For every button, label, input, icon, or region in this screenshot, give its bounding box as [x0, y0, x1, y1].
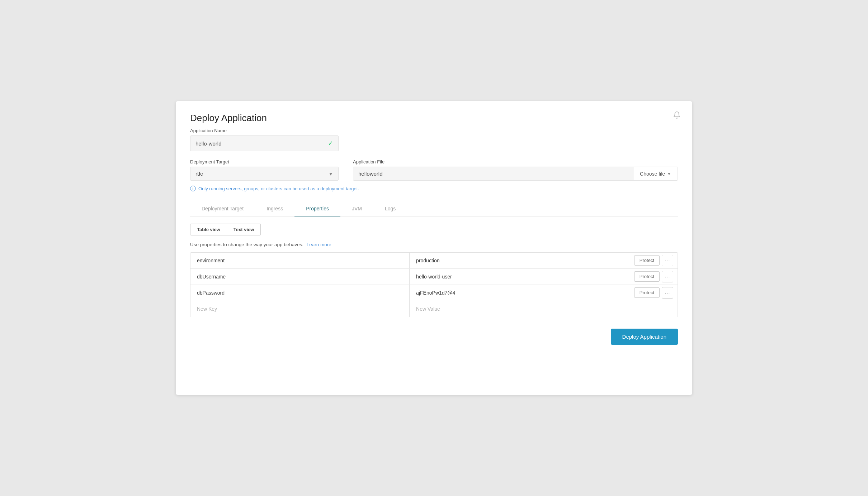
footer-bar: Deploy Application — [190, 329, 678, 345]
tab-ingress[interactable]: Ingress — [255, 201, 294, 216]
prop-key-dbusername[interactable]: dbUsername — [190, 269, 410, 285]
prop-actions-dbpassword: Protect ··· — [630, 285, 678, 301]
table-row-new: New Key New Value — [190, 301, 678, 317]
tabs-bar: Deployment Target Ingress Properties JVM… — [190, 201, 678, 216]
prop-key-dbpassword[interactable]: dbPassword — [190, 285, 410, 301]
more-button-dbusername[interactable]: ··· — [662, 271, 673, 282]
text-view-button[interactable]: Text view — [227, 224, 261, 235]
info-circle-icon: i — [190, 186, 196, 191]
tab-logs[interactable]: Logs — [373, 201, 407, 216]
prop-actions-environment: Protect ··· — [630, 253, 678, 268]
protect-button-environment[interactable]: Protect — [634, 255, 660, 266]
table-row: dbPassword ajFEnoPw1d7@4 Protect ··· — [190, 285, 678, 301]
choose-file-label: Choose file — [640, 171, 665, 177]
deploy-application-panel: Deploy Application Application Name hell… — [176, 101, 692, 395]
page-title: Deploy Application — [190, 113, 678, 124]
table-view-button[interactable]: Table view — [190, 224, 227, 235]
app-file-label: Application File — [353, 159, 678, 164]
tab-properties[interactable]: Properties — [294, 201, 340, 216]
deployment-target-select[interactable]: rtfc ▼ — [190, 167, 339, 181]
properties-note-text: Use properties to change the way your ap… — [190, 242, 303, 247]
prop-value-dbusername[interactable]: hello-world-user — [410, 269, 630, 285]
table-row: dbUsername hello-world-user Protect ··· — [190, 269, 678, 285]
choose-file-button[interactable]: Choose file ▼ — [633, 167, 678, 180]
check-icon: ✓ — [328, 139, 333, 147]
notification-icon[interactable] — [673, 111, 681, 121]
new-key-input[interactable]: New Key — [190, 301, 410, 317]
app-file-row: helloworld Choose file ▼ — [353, 167, 678, 181]
app-name-field[interactable]: hello-world ✓ — [190, 135, 339, 151]
deploy-application-button[interactable]: Deploy Application — [611, 329, 678, 345]
app-file-input[interactable]: helloworld — [353, 167, 633, 180]
protect-button-dbusername[interactable]: Protect — [634, 271, 660, 282]
info-note: i Only running servers, groups, or clust… — [190, 186, 678, 191]
table-row: environment production Protect ··· — [190, 253, 678, 269]
more-button-environment[interactable]: ··· — [662, 255, 673, 266]
new-value-input[interactable]: New Value — [410, 301, 678, 317]
info-note-text: Only running servers, groups, or cluster… — [198, 186, 359, 191]
learn-more-link[interactable]: Learn more — [307, 242, 331, 247]
deployment-target-label: Deployment Target — [190, 159, 339, 164]
properties-note: Use properties to change the way your ap… — [190, 242, 678, 247]
properties-table: environment production Protect ··· dbUse… — [190, 252, 678, 317]
tab-jvm[interactable]: JVM — [340, 201, 373, 216]
protect-button-dbpassword[interactable]: Protect — [634, 287, 660, 298]
more-button-dbpassword[interactable]: ··· — [662, 287, 673, 299]
app-name-label: Application Name — [190, 128, 678, 133]
prop-key-environment[interactable]: environment — [190, 253, 410, 268]
prop-value-dbpassword[interactable]: ajFEnoPw1d7@4 — [410, 285, 630, 301]
chevron-down-icon: ▼ — [328, 171, 333, 177]
view-toggle: Table view Text view — [190, 224, 678, 235]
tab-deployment-target[interactable]: Deployment Target — [190, 201, 255, 216]
prop-value-environment[interactable]: production — [410, 253, 630, 268]
deployment-target-value: rtfc — [195, 171, 203, 177]
dropdown-arrow-icon: ▼ — [667, 172, 671, 176]
app-name-value: hello-world — [195, 140, 222, 147]
prop-actions-dbusername: Protect ··· — [630, 269, 678, 285]
